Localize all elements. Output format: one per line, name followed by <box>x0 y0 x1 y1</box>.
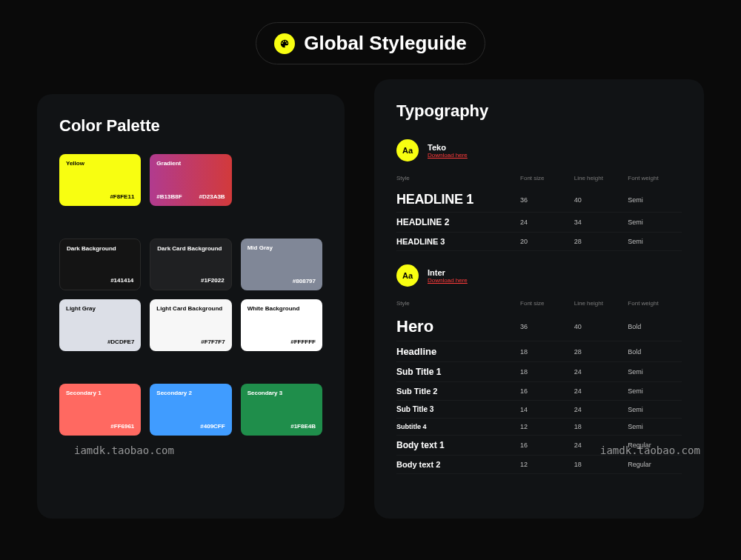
font-name: Teko <box>428 143 468 152</box>
swatch-hex: #DCDFE7 <box>107 339 134 345</box>
type-row: Sub Title 31424Semi <box>396 401 682 419</box>
type-row: Body text 21218Regular <box>396 456 682 474</box>
swatch-label: Dark Background <box>67 245 116 252</box>
page-title: Global Styleguide <box>304 32 467 55</box>
type-style-sample: HEADLINE 3 <box>396 237 520 246</box>
type-style-sample: Sub Title 1 <box>396 367 520 377</box>
font-badge: Aa <box>396 139 419 161</box>
swatch-label: Secondary 2 <box>156 390 192 396</box>
color-swatch: White Background#FFFFFF <box>241 299 322 351</box>
type-style-sample: Body text 2 <box>396 460 520 469</box>
color-swatch: Secondary 1#FF6961 <box>59 384 141 436</box>
swatch-hex: #D23A3B <box>199 193 225 200</box>
swatch-label: Light Card Background <box>156 305 222 312</box>
swatch-hex: #808797 <box>293 278 316 284</box>
color-swatch: Secondary 3#1F8E4B <box>241 384 322 436</box>
typography-title: Typography <box>396 101 682 121</box>
swatch-hex: #141414 <box>110 277 133 284</box>
color-swatch: Dark Card Background#1F2022 <box>150 239 231 290</box>
type-row: Sub Title 11824Semi <box>396 362 682 382</box>
type-style-sample: HEADLINE 2 <box>396 217 520 227</box>
swatch-label: Secondary 3 <box>247 390 283 396</box>
swatch-label: Mid Gray <box>247 244 273 251</box>
download-link[interactable]: Download here <box>428 152 468 159</box>
type-row: HEADLINE 13640Semi <box>396 187 682 213</box>
type-style-sample: Body text 1 <box>396 440 520 450</box>
typography-panel: Typography AaTekoDownload hereStyleFont … <box>374 79 704 519</box>
color-swatch: Light Gray#DCDFE7 <box>59 299 141 351</box>
type-style-sample: Hero <box>396 317 520 336</box>
color-swatch: Light Card Background#F7F7F7 <box>150 299 231 351</box>
swatch-hex: #FF6961 <box>110 423 134 430</box>
type-row: HEADLINE 32028Semi <box>396 233 682 251</box>
swatch-label: Dark Card Background <box>157 245 222 252</box>
type-row: Body text 11624Regular <box>396 436 682 456</box>
color-swatch: Yellow#F8FE11 <box>59 154 141 206</box>
swatch-hex: #F8FE11 <box>110 193 134 200</box>
color-swatch: Mid Gray#808797 <box>241 239 322 290</box>
swatch-label: Light Gray <box>66 305 96 312</box>
color-palette-title: Color Palette <box>59 116 322 136</box>
type-row: Subtitle 41218Semi <box>396 419 682 436</box>
type-style-sample: Sub Title 2 <box>396 387 520 396</box>
font-badge: Aa <box>396 264 419 287</box>
color-palette-panel: Color Palette Yellow#F8FE11Gradient#B13B… <box>37 94 345 519</box>
color-swatch: Gradient#B13B8F#D23A3B <box>150 154 231 206</box>
type-table-header: StyleFont sizeLine heightFont weight <box>396 169 682 187</box>
swatch-label: Gradient <box>156 160 181 167</box>
type-row: Hero3640Bold <box>396 313 682 341</box>
swatch-hex: #409CFF <box>200 423 225 430</box>
swatch-label: Secondary 1 <box>66 390 102 396</box>
swatch-hex: #FFFFFF <box>290 339 316 345</box>
color-swatch: Secondary 2#409CFF <box>150 384 231 436</box>
type-style-sample: HEADLINE 1 <box>396 192 520 207</box>
swatch-hex: #F7F7F7 <box>201 339 225 345</box>
download-link[interactable]: Download here <box>428 277 468 284</box>
type-row: Headline1828Bold <box>396 341 682 362</box>
swatch-hex: #B13B8F <box>156 193 182 200</box>
swatch-hex: #1F2022 <box>201 277 225 284</box>
palette-icon <box>274 33 295 54</box>
type-style-sample: Subtitle 4 <box>396 423 520 430</box>
header-pill: Global Styleguide <box>256 22 485 64</box>
type-row: Sub Title 21624Semi <box>396 382 682 401</box>
type-style-sample: Sub Title 3 <box>396 405 520 413</box>
color-swatch: Dark Background#141414 <box>59 239 141 290</box>
type-table-header: StyleFont sizeLine heightFont weight <box>396 294 682 313</box>
font-block: AaTekoDownload here <box>396 139 682 161</box>
font-block: AaInterDownload here <box>396 264 682 287</box>
swatch-label: White Background <box>247 305 300 312</box>
type-style-sample: Headline <box>396 346 520 357</box>
swatch-grid: Yellow#F8FE11Gradient#B13B8F#D23A3BDark … <box>59 154 322 436</box>
swatch-label: Yellow <box>66 160 84 167</box>
font-name: Inter <box>428 268 468 277</box>
swatch-hex: #1F8E4B <box>290 423 316 430</box>
type-row: HEADLINE 22434Semi <box>396 213 682 233</box>
